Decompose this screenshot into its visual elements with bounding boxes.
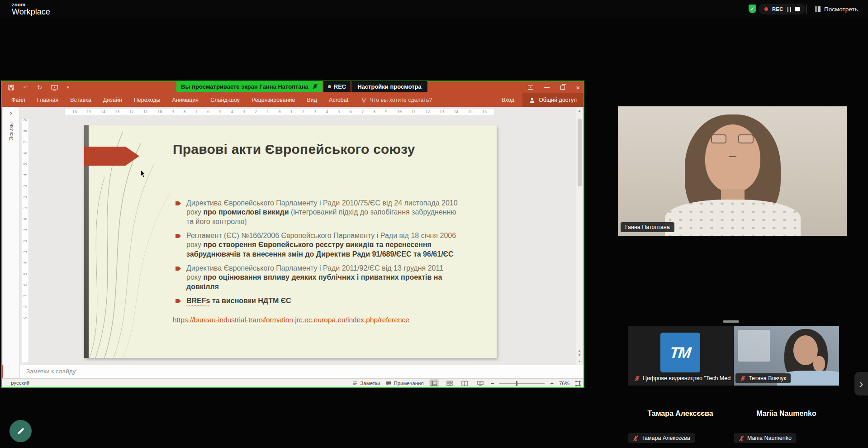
language-indicator[interactable]: русский	[11, 379, 29, 387]
pause-recording-button[interactable]	[787, 7, 791, 12]
zoom-workplace-logo: zoom Workplace	[12, 2, 50, 16]
ribbon-options-icon[interactable]: ∧	[528, 86, 533, 90]
comments-toggle-label: Примечания	[394, 381, 423, 386]
undo-icon[interactable]: ↶	[23, 85, 28, 91]
bullet-bold-text: про оцінювання впливу деяких публічних і…	[186, 273, 442, 290]
presenter-mic-muted-icon	[312, 84, 318, 90]
bullet-item: Регламент (ЄС) №166/2006 Європейського П…	[175, 231, 459, 259]
main-speaker-name-label: Ганна Натоптана	[621, 222, 674, 232]
reading-view-button[interactable]	[460, 379, 470, 387]
tab-animations[interactable]: Анимация	[166, 93, 204, 107]
zoom-level[interactable]: 76%	[559, 381, 569, 386]
normal-view-button[interactable]	[429, 379, 439, 387]
tech-media-name: Цифрове видавництво "Tech Media...	[643, 375, 731, 381]
comments-toggle-button[interactable]: Примечания	[385, 381, 423, 386]
notes-pane[interactable]: Заметки к слайду	[20, 365, 583, 378]
scroll-up-icon[interactable]: ▲	[576, 109, 583, 113]
banner-rec-dot-icon	[328, 85, 331, 88]
tab-view[interactable]: Вид	[301, 93, 323, 107]
annotate-button[interactable]	[9, 420, 32, 442]
view-layout-button[interactable]: Посмотреть	[815, 4, 858, 14]
customize-toolbar-icon[interactable]: ▾	[67, 86, 69, 90]
brefs-term: BREFs	[186, 297, 210, 305]
tech-media-video-tile[interactable]: TM Цифрове видавництво "Tech Media...	[628, 326, 733, 386]
save-icon[interactable]	[8, 85, 14, 91]
bullet-arrow-icon	[175, 299, 181, 303]
zoom-slider[interactable]	[499, 381, 545, 386]
tech-media-name-label: Цифрове видавництво "Tech Media...	[630, 373, 731, 383]
thumbnails-panel-label: Эскизы	[8, 122, 14, 141]
slide-sorter-view-button[interactable]	[445, 379, 455, 387]
tetiana-hand	[813, 356, 825, 372]
expand-panel-icon[interactable]: ›	[3, 110, 19, 116]
glasses-left	[711, 134, 726, 143]
vertical-ruler-numbers: 9 8 7 6 5 4 3 2 1 0 1 2 3 4 5 6 7 8 9	[22, 119, 28, 330]
sign-in-button[interactable]: Вход	[493, 97, 522, 103]
slideshow-view-button[interactable]	[475, 379, 485, 387]
view-options-button[interactable]: Настройки просмотра	[351, 81, 427, 92]
tell-me-search[interactable]: Что вы хотите сделать?	[361, 97, 432, 103]
slide-title: Правові акти Європейського союзу	[173, 142, 489, 157]
bullet-bold-text: про створення Європейського реєстру вики…	[186, 241, 454, 257]
brefs-rest: та висновки НДТМ ЄС	[210, 297, 291, 305]
scrollbar-thumb[interactable]	[578, 119, 582, 186]
screen-share-banner: Вы просматриваете экран Ганна Натоптана …	[176, 81, 427, 92]
participant-display-name: Mariia Naumenko	[734, 410, 839, 418]
notes-icon	[352, 381, 358, 386]
bullet-arrow-icon	[175, 201, 181, 205]
zoom-in-button[interactable]: +	[550, 381, 554, 386]
scroll-down-icon[interactable]: ▼	[576, 359, 583, 364]
security-shield-icon[interactable]: ✓	[749, 5, 756, 13]
tetiana-video-tile[interactable]: Тетяна Вовчук	[734, 326, 839, 386]
comments-icon	[385, 381, 391, 386]
ppt-workspace: 16 15 14 13 12 11 10 9 8 7 6 5 4 3 2 1 0…	[2, 107, 583, 365]
tab-design[interactable]: Дизайн	[97, 93, 128, 107]
close-button[interactable]: ×	[576, 84, 580, 91]
participant-display-name: Тамара Алексєєва	[628, 410, 733, 418]
mariia-name: Mariia Naumenko	[747, 435, 792, 441]
tab-acrobat[interactable]: Acrobat	[323, 93, 354, 107]
slideshow-view-icon	[477, 381, 484, 386]
tab-insert[interactable]: Вставка	[64, 93, 97, 107]
tab-slideshow[interactable]: Слайд-шоу	[204, 93, 246, 107]
share-button-label: Общий доступ	[539, 97, 577, 103]
slideshow-start-icon[interactable]	[51, 85, 58, 91]
tetiana-name-label: Тетяна Вовчук	[735, 373, 791, 383]
restore-button[interactable]	[560, 86, 565, 90]
ribbon-chevron-icon: ∧	[530, 86, 531, 89]
redo-icon[interactable]: ↻	[37, 85, 42, 91]
tab-transitions[interactable]: Переходы	[128, 93, 166, 107]
thumbnails-panel-collapsed[interactable]: › Эскизы	[3, 107, 20, 378]
bullet-item: Директива Європейського Парламенту і Рад…	[175, 199, 459, 226]
collapse-panel-button[interactable]: ›	[854, 372, 868, 396]
previous-slide-icon[interactable]: ▲	[576, 348, 583, 353]
minimize-button[interactable]: —	[544, 85, 550, 90]
share-button[interactable]: Общий доступ	[522, 93, 583, 107]
stop-recording-button[interactable]	[795, 7, 800, 11]
tab-file[interactable]: Файл	[5, 93, 31, 107]
tab-home[interactable]: Главная	[31, 93, 65, 107]
fit-to-window-icon[interactable]	[575, 381, 581, 386]
pencil-icon	[16, 426, 26, 436]
tech-media-logo: TM	[660, 333, 700, 372]
tab-review[interactable]: Рецензирование	[246, 93, 301, 107]
zoom-slider-knob[interactable]	[516, 381, 517, 386]
check-icon: ✓	[750, 6, 754, 11]
slide-nav-buttons[interactable]: ▲ ▼	[576, 348, 583, 357]
notes-toggle-button[interactable]: Заметки	[352, 381, 380, 386]
notes-placeholder: Заметки к слайду	[26, 368, 76, 375]
background-window	[738, 330, 770, 362]
slide-scrollbar[interactable]: ▲ ▲ ▼ ▼	[576, 107, 583, 365]
bullet-item: BREFs та висновки НДТМ ЄС	[175, 296, 459, 305]
slide-hyperlink[interactable]: https://bureau-industrial-transformation…	[173, 316, 409, 324]
slide-canvas[interactable]: Правові акти Європейського союзу Директи…	[84, 125, 497, 358]
panel-drag-handle[interactable]	[723, 320, 739, 323]
mic-muted-icon	[633, 435, 639, 441]
zoom-out-button[interactable]: −	[491, 381, 494, 386]
powerpoint-window: ↶ ↻ ▾ ∧ — × Файл Главная Вставка Дизайн	[1, 81, 584, 388]
view-options-label: Настройки просмотра	[357, 83, 422, 90]
quick-access-toolbar: ↶ ↻ ▾	[2, 85, 69, 91]
next-slide-icon[interactable]: ▼	[576, 353, 583, 357]
mic-muted-icon	[739, 435, 745, 441]
main-speaker-video[interactable]: Ганна Натоптана	[618, 106, 847, 236]
